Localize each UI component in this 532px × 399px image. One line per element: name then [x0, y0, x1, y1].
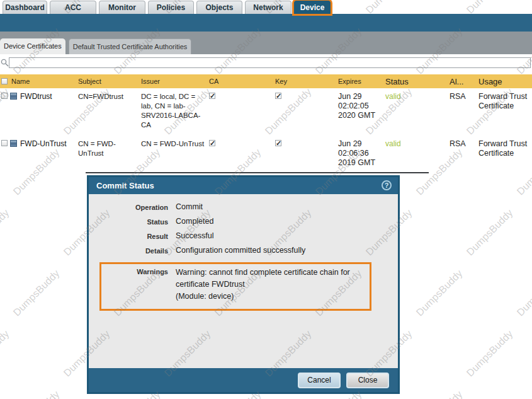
certificate-name-link[interactable]: FWD-UnTrust	[20, 139, 67, 148]
tab-dashboard[interactable]: Dashboard	[3, 1, 47, 14]
status-value: Completed	[176, 217, 398, 231]
issuer-cell: DC = local, DC = lab, CN = lab-SRV2016-L…	[140, 88, 208, 136]
subject-cell: CN = FWD-UnTrust	[77, 136, 140, 176]
col-issuer[interactable]: Issuer	[140, 78, 208, 85]
issuer-cell: CN = FWD-UnTrust	[140, 136, 208, 176]
table-row[interactable]: FWDtrust CN=FWDtrust DC = local, DC = la…	[0, 88, 532, 136]
certificates-table: Name Subject Issuer CA Key Expires Statu…	[0, 74, 532, 176]
ca-checkbox[interactable]	[209, 93, 215, 99]
col-algorithm[interactable]: Al...	[448, 77, 477, 86]
expires-cell: Jun 29 02:02:05 2020 GMT	[337, 88, 384, 136]
dialog-footer: Cancel Close	[89, 368, 398, 392]
col-usage[interactable]: Usage	[477, 77, 532, 86]
result-label: Result	[89, 231, 168, 246]
subject-cell: CN=FWDtrust	[77, 88, 140, 136]
row-checkbox[interactable]	[1, 140, 8, 146]
col-ca[interactable]: CA	[208, 78, 274, 85]
key-checkbox[interactable]	[275, 140, 281, 146]
warnings-label: Warnings	[101, 267, 168, 303]
tab-device[interactable]: Device	[294, 1, 331, 14]
certificate-icon	[10, 140, 17, 147]
search-icon	[1, 59, 9, 67]
help-icon[interactable]: ?	[382, 180, 392, 190]
close-button[interactable]: Close	[346, 373, 389, 388]
table-header: Name Subject Issuer CA Key Expires Statu…	[0, 74, 532, 88]
dialog-title: Commit Status	[96, 181, 154, 190]
tab-network[interactable]: Network	[245, 1, 291, 14]
col-subject[interactable]: Subject	[77, 78, 140, 85]
table-row[interactable]: FWD-UnTrust CN = FWD-UnTrust CN = FWD-Un…	[0, 136, 532, 176]
col-status[interactable]: Status	[384, 77, 448, 86]
certificate-name-link[interactable]: FWDtrust	[20, 92, 52, 101]
dialog-title-bar: Commit Status ?	[89, 177, 398, 194]
col-key[interactable]: Key	[274, 78, 337, 85]
ca-checkbox[interactable]	[209, 140, 215, 146]
status-badge: valid	[384, 136, 448, 176]
dialog-body: Operation Commit Status Completed Result…	[89, 194, 398, 368]
algorithm-cell: RSA	[448, 136, 477, 176]
details-value: Configuration committed successfully	[176, 246, 398, 260]
main-nav: Dashboard ACC Monitor Policies Objects N…	[0, 0, 532, 14]
tab-acc[interactable]: ACC	[50, 1, 96, 14]
certificate-icon	[10, 93, 17, 100]
tab-monitor[interactable]: Monitor	[99, 1, 145, 14]
result-value: Successful	[176, 231, 398, 246]
operation-label: Operation	[89, 202, 168, 217]
warnings-highlight-box: Warnings Warning: cannot find complete c…	[99, 262, 371, 311]
expires-cell: Jun 29 02:06:36 2019 GMT	[337, 136, 384, 176]
app-window: Dashboard ACC Monitor Policies Objects N…	[0, 0, 532, 399]
subtab-device-certificates[interactable]: Device Certificates	[0, 38, 65, 54]
select-all-checkbox[interactable]	[1, 78, 8, 84]
algorithm-cell: RSA	[448, 88, 477, 136]
search-input[interactable]	[9, 57, 531, 68]
details-label: Details	[89, 246, 168, 260]
status-label: Status	[89, 217, 168, 231]
subtab-default-trusted-cas[interactable]: Default Trusted Certificate Authorities	[69, 38, 192, 54]
search-row	[0, 54, 532, 74]
col-expires[interactable]: Expires	[337, 78, 384, 85]
warnings-value: Warning: cannot find complete certificat…	[176, 267, 366, 303]
row-checkbox[interactable]	[1, 93, 8, 99]
operation-value: Commit	[176, 202, 398, 217]
commit-status-dialog: Commit Status ? Operation Commit Status …	[87, 175, 400, 394]
panel-edge-line	[86, 172, 429, 173]
status-badge: valid	[384, 88, 448, 136]
tab-policies[interactable]: Policies	[148, 1, 194, 14]
header-bar	[0, 14, 532, 32]
col-name[interactable]: Name	[9, 78, 77, 85]
usage-cell: Forward Trust Certificate	[477, 88, 532, 136]
subtab-bar: Device Certificates Default Trusted Cert…	[0, 32, 532, 54]
cancel-button[interactable]: Cancel	[298, 373, 341, 388]
usage-cell: Forward Trust Certificate	[477, 136, 532, 176]
tab-objects[interactable]: Objects	[196, 1, 242, 14]
key-checkbox[interactable]	[275, 93, 281, 99]
